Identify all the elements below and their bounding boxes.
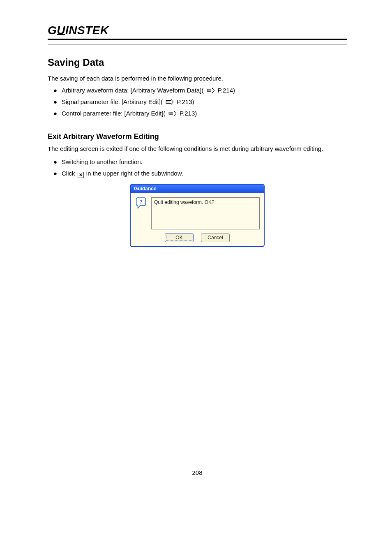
list-text: Control parameter file:	[62, 110, 125, 117]
bullet-icon: ●	[53, 86, 62, 95]
page-ref: P.214	[218, 87, 233, 94]
dialog-illustration: Guidance ? Quit editing waveform. OK? OK…	[48, 184, 347, 247]
list-link-prefix: [Arbitrary Edit](	[122, 98, 163, 105]
list-text-post: in the upper right of the subwindow.	[86, 170, 183, 177]
list-text: Signal parameter file:	[62, 98, 122, 105]
list-text-pre: Click	[62, 170, 77, 177]
brand-logo: GUINSTEK	[48, 24, 347, 40]
pointer-icon	[168, 111, 177, 116]
list-text: Arbitrary waveform data:	[62, 87, 131, 94]
dialog-titlebar: Guidance	[131, 185, 264, 193]
condition-text: The editing screen is exited if one of t…	[48, 144, 347, 153]
dialog-button-row: OK Cancel	[131, 233, 264, 246]
pointer-icon	[165, 99, 174, 105]
list-text: Switching to another function.	[62, 157, 347, 166]
list-link-prefix: [Arbitrary Edit](	[125, 110, 166, 117]
page-number: 208	[48, 469, 347, 476]
list-link-prefix: [Arbitrary Waveform Data](	[131, 87, 204, 94]
list-item: ● Switching to another function.	[53, 157, 347, 166]
list-link-suffix: )	[195, 110, 197, 117]
page-ref: P.213	[180, 110, 195, 117]
list-item: ● Arbitrary waveform data: [Arbitrary Wa…	[53, 86, 347, 95]
page-ref: P.213	[177, 98, 192, 105]
bullet-icon: ●	[53, 157, 62, 166]
header-divider	[48, 44, 347, 44]
guidance-dialog: Guidance ? Quit editing waveform. OK? OK…	[130, 184, 265, 247]
exit-list: ● Switching to another function. ● Click…	[53, 157, 347, 178]
close-icon: ✕	[78, 172, 84, 178]
subsection-heading: Exit Arbitrary Waveform Editing	[48, 132, 347, 141]
dialog-body: ? Quit editing waveform. OK?	[131, 193, 264, 233]
dialog-message: Quit editing waveform. OK?	[151, 197, 260, 229]
bullet-icon: ●	[53, 97, 62, 106]
list-link-suffix: )	[233, 87, 235, 94]
pointer-icon	[206, 88, 215, 93]
page: GUINSTEK Saving Data The saving of each …	[0, 0, 392, 493]
list-item: ● Signal parameter file: [Arbitrary Edit…	[53, 97, 347, 106]
list-link-suffix: )	[192, 98, 194, 105]
svg-text:?: ?	[139, 199, 143, 205]
ok-button[interactable]: OK	[165, 234, 194, 242]
intro-text: The saving of each data is performed in …	[48, 75, 347, 82]
bullet-icon: ●	[53, 109, 62, 118]
section-heading: Saving Data	[48, 57, 347, 68]
question-icon: ?	[135, 197, 147, 210]
save-list: ● Arbitrary waveform data: [Arbitrary Wa…	[53, 86, 347, 118]
list-item: ● Control parameter file: [Arbitrary Edi…	[53, 109, 347, 118]
cancel-button[interactable]: Cancel	[201, 234, 230, 242]
list-item: ● Click ✕ in the upper right of the subw…	[53, 169, 347, 178]
bullet-icon: ●	[53, 169, 62, 178]
